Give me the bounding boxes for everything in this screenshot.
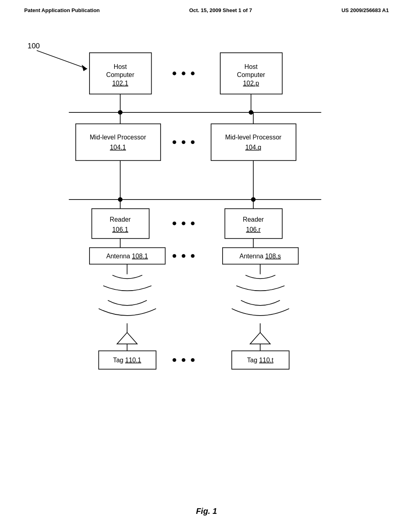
readerr-line2: 106.r [246, 226, 261, 233]
tag1-text: Tag 110.1 [113, 357, 141, 364]
dots-mlp-2 [182, 140, 186, 144]
antennas-text: Antenna 108.s [240, 253, 281, 260]
antenna1-wave-medium [103, 286, 151, 291]
hc1-line1: Host [114, 63, 127, 70]
mlp1-line2: 104.1 [110, 144, 126, 151]
dots-antenna-3 [191, 254, 194, 258]
mlpq-line2: 104.q [245, 144, 261, 151]
dots-tag-1 [173, 358, 176, 362]
antenna1-wave-small [113, 275, 142, 279]
hcp-line2: Computer [237, 71, 265, 78]
mlp1-box [76, 124, 161, 160]
mlpq-box [211, 124, 296, 160]
dots-antenna-1 [173, 254, 176, 258]
mlp1-line1: Mid-level Processor [90, 134, 146, 141]
dots-tag-3 [191, 358, 194, 362]
tagt-wave-medium [241, 300, 280, 305]
tagt-text: Tag 110.t [247, 357, 273, 364]
tagt-antenna-symbol [250, 332, 270, 344]
dots-reader-1 [173, 222, 176, 225]
tagt-wave-large [232, 309, 289, 316]
dots-reader-2 [182, 222, 186, 225]
mlpq-line1: Mid-level Processor [225, 134, 282, 141]
dots-tag-2 [182, 358, 186, 362]
dots-mlp-1 [173, 140, 176, 144]
reader1-line2: 106.1 [112, 226, 128, 233]
antennas-wave-small [246, 275, 275, 279]
tag1-wave-large [99, 309, 156, 316]
readerr-line1: Reader [243, 216, 264, 223]
dots-antenna-2 [182, 254, 186, 258]
dots-hc-2 [182, 72, 186, 75]
antennas-wave-medium [236, 286, 284, 291]
reader1-line1: Reader [110, 216, 131, 223]
dots-mlp-3 [191, 140, 194, 144]
svg-marker-1 [82, 65, 88, 71]
diagram-svg: 100 Host Computer 102.1 Host Computer 10… [0, 0, 413, 532]
hcp-line3: 102.p [243, 80, 259, 87]
tag1-antenna-symbol [117, 332, 137, 344]
readerr-box [225, 209, 282, 239]
fig-label: Fig. 1 [196, 507, 217, 516]
reader1-box [92, 209, 149, 239]
hc1-line2: Computer [106, 71, 135, 78]
antenna1-text: Antenna 108.1 [106, 253, 148, 260]
tag1-wave-medium [108, 300, 147, 305]
hcp-line1: Host [244, 63, 258, 70]
bus1-dot-hcp [249, 110, 253, 114]
hc1-line3: 102.1 [112, 80, 128, 87]
dots-hc-1 [173, 72, 176, 75]
svg-line-0 [37, 50, 87, 69]
diagram-label: 100 [27, 42, 40, 50]
dots-hc-3 [191, 72, 194, 75]
dots-reader-3 [191, 222, 194, 225]
